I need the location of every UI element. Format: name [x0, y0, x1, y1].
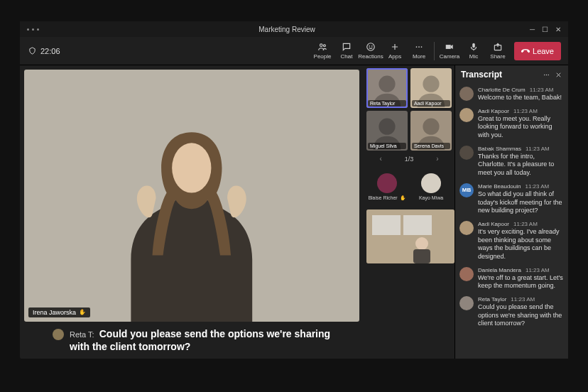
mic-button[interactable]: Mic — [462, 38, 486, 65]
gallery-tile[interactable]: Reta Taylor — [366, 68, 408, 108]
pager-label: 1/3 — [405, 156, 414, 163]
more-icon — [414, 42, 424, 52]
pager-next[interactable]: › — [436, 155, 438, 163]
leave-button[interactable]: Leave — [514, 42, 561, 60]
transcript-speaker: Aadi Kapoor — [478, 221, 509, 227]
svg-point-18 — [415, 237, 428, 250]
transcript-time: 11:23 AM — [525, 183, 549, 190]
svg-point-1 — [323, 45, 325, 47]
svg-point-11 — [379, 76, 395, 92]
live-caption: Reta T: Could you please send the option… — [24, 322, 359, 356]
audio-name: Blaise Richer ✋ — [368, 195, 405, 201]
transcript-text: It's very exciting. I've already been th… — [478, 228, 564, 261]
minimize-button[interactable]: ─ — [530, 26, 535, 33]
svg-point-7 — [421, 46, 423, 48]
transcript-text: Welcome to the team, Babak! — [478, 94, 564, 102]
maximize-button[interactable]: ☐ — [542, 26, 548, 33]
avatar — [459, 108, 474, 122]
apps-button[interactable]: Apps — [383, 38, 407, 65]
svg-point-2 — [367, 43, 375, 51]
main-video-tile[interactable]: Irena Jaworska ✋ — [24, 70, 359, 322]
caption-avatar — [53, 329, 64, 340]
speaker-name: Irena Jaworska — [33, 309, 76, 316]
svg-point-22 — [548, 74, 549, 75]
avatar — [459, 87, 474, 101]
tile-name: Reta Taylor — [368, 100, 406, 107]
hand-raised-icon: ✋ — [400, 195, 406, 201]
avatar — [459, 296, 474, 310]
main-speaker-name-tag: Irena Jaworska ✋ — [28, 307, 90, 317]
titlebar-menu[interactable] — [24, 28, 53, 31]
svg-rect-19 — [413, 249, 430, 263]
gallery-tile[interactable]: Miguel Silva — [366, 111, 408, 151]
meeting-toolbar: 22:06 People Chat Reactions Apps More Ca… — [20, 37, 568, 65]
svg-point-20 — [544, 74, 545, 75]
transcript-text: We're off to a great start. Let's keep t… — [478, 274, 564, 290]
transcript-item: MBMarie Beaudouin11:23 AMSo what did you… — [459, 180, 564, 218]
transcript-item: Charlotte De Crum11:23 AMWelcome to the … — [459, 84, 564, 105]
svg-point-21 — [546, 74, 547, 75]
avatar-circle — [377, 173, 397, 193]
caption-speaker: Reta T: — [70, 330, 94, 339]
chat-icon — [342, 42, 352, 52]
transcript-item: Reta Taylor11:23 AMCould you please send… — [459, 293, 564, 331]
transcript-item: Aadi Kapoor11:23 AMGreat to meet you. Re… — [459, 105, 564, 143]
chat-button[interactable]: Chat — [334, 38, 359, 65]
overflow-video-tile[interactable] — [366, 209, 454, 263]
participant-gallery: Reta TaylorAadi Kapoor Miguel SilvaSeren… — [364, 65, 454, 359]
gallery-tile[interactable]: Serena Davis — [410, 111, 452, 151]
transcript-text: Great to meet you. Really looking forwar… — [478, 115, 564, 140]
window-title: Marketing Review — [53, 26, 521, 33]
audio-name: Kayo Miwa — [419, 195, 443, 200]
tile-name: Miguel Silva — [368, 143, 406, 149]
svg-rect-8 — [472, 43, 475, 48]
transcript-time: 11:23 AM — [530, 87, 554, 93]
transcript-item: Babak Shammas11:23 AMThanks for the intr… — [459, 143, 564, 180]
avatar-circle — [421, 173, 441, 193]
transcript-time: 11:23 AM — [513, 221, 538, 227]
smile-icon — [366, 42, 376, 52]
camera-button[interactable]: Camera — [437, 38, 462, 65]
svg-point-13 — [379, 119, 395, 135]
transcript-time: 11:23 AM — [526, 267, 550, 273]
transcript-speaker: Babak Shammas — [478, 146, 521, 152]
svg-rect-17 — [403, 215, 432, 235]
transcript-speaker: Charlotte De Crum — [478, 87, 526, 93]
avatar — [459, 146, 474, 160]
audio-only-tile[interactable]: Kayo Miwa — [410, 167, 452, 207]
meeting-window: Marketing Review ─ ☐ ✕ 22:06 People Chat… — [20, 21, 568, 359]
transcript-text: Thanks for the intro, Charlotte. It's a … — [478, 153, 564, 178]
svg-point-10 — [172, 143, 211, 192]
svg-point-0 — [320, 44, 323, 46]
speaker-silhouette — [99, 107, 284, 321]
gallery-tile[interactable]: Aadi Kapoor — [410, 68, 452, 108]
leave-icon — [521, 47, 530, 55]
transcript-close-icon[interactable] — [555, 71, 562, 79]
transcript-time: 11:23 AM — [513, 108, 538, 114]
transcript-speaker: Daniela Mandera — [478, 267, 521, 273]
svg-point-3 — [369, 46, 370, 47]
close-button[interactable]: ✕ — [555, 26, 561, 33]
svg-point-5 — [416, 46, 418, 48]
caption-text: Could you please send the options we're … — [70, 328, 330, 352]
more-button[interactable]: More — [407, 38, 431, 65]
share-icon — [493, 42, 503, 52]
transcript-time: 11:23 AM — [526, 146, 550, 152]
people-button[interactable]: People — [310, 38, 334, 65]
svg-rect-16 — [372, 215, 401, 235]
share-button[interactable]: Share — [486, 38, 510, 65]
camera-icon — [445, 42, 454, 52]
transcript-text: So what did you all think of today's kic… — [478, 190, 564, 215]
avatar: MB — [459, 183, 474, 197]
toolbar-divider — [434, 42, 435, 60]
reactions-button[interactable]: Reactions — [359, 38, 383, 65]
transcript-title: Transcript — [461, 70, 538, 80]
audio-only-tile[interactable]: Blaise Richer ✋ — [366, 167, 408, 207]
svg-point-14 — [423, 119, 439, 135]
transcript-more-icon[interactable] — [543, 71, 550, 79]
meeting-timer: 22:06 — [20, 47, 60, 55]
pager-prev[interactable]: ‹ — [379, 155, 381, 163]
transcript-text: Could you please send the options we're … — [478, 303, 564, 328]
mic-icon — [469, 42, 479, 52]
transcript-panel: Transcript Charlotte De Crum11:23 AMWelc… — [454, 65, 568, 359]
